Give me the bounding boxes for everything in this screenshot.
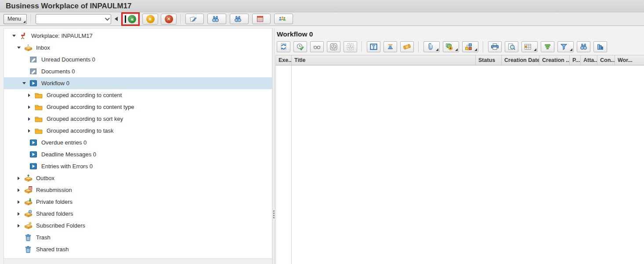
print-preview-button[interactable] xyxy=(505,41,518,52)
tree-item[interactable]: Inbox xyxy=(4,42,272,54)
exit-button[interactable]: « xyxy=(142,14,158,25)
tree-item-label: Inbox xyxy=(36,44,50,51)
tree-item-label: Unread Documents 0 xyxy=(41,56,95,63)
create-attachment-button[interactable] xyxy=(443,41,459,52)
blocks-button[interactable] xyxy=(462,41,478,52)
panel-splitter[interactable] xyxy=(273,28,275,264)
workflow-icon xyxy=(29,163,38,170)
log-icon xyxy=(403,43,411,51)
filter-icon xyxy=(560,43,568,51)
tree-item[interactable]: Shared folders xyxy=(4,208,272,220)
tree-item-label: Grouped according to content type xyxy=(47,104,134,110)
workitem-button[interactable] xyxy=(327,41,340,52)
tree-item-label: Resubmission xyxy=(36,187,72,193)
tree-item[interactable]: Grouped according to content type xyxy=(4,101,272,113)
table-body xyxy=(275,65,644,264)
collapse-toolbar-icon[interactable] xyxy=(115,17,118,21)
toolbar-separator xyxy=(418,41,419,52)
collapse-node-icon[interactable] xyxy=(11,35,17,37)
tree-item[interactable]: Outbox xyxy=(4,172,272,184)
toolbar-separator xyxy=(483,41,484,52)
tree-item[interactable]: Workflow 0 xyxy=(4,77,272,89)
cancel-button[interactable]: ✕ xyxy=(161,14,177,25)
sort-icon xyxy=(544,43,551,51)
find-folder-button[interactable] xyxy=(207,14,226,24)
workitem-inactive-button[interactable] xyxy=(344,41,357,52)
tree-item-label: Trash xyxy=(36,234,51,241)
horizontal-scrollbar[interactable] xyxy=(4,258,272,264)
tree-item[interactable]: Workplace: INPAULM17 xyxy=(4,30,272,42)
new-message-button[interactable] xyxy=(185,14,204,24)
back-button[interactable]: « xyxy=(123,14,138,25)
forward-button[interactable] xyxy=(367,41,380,52)
refresh-button[interactable] xyxy=(277,41,290,52)
tree-item[interactable]: Entries with Errors 0 xyxy=(4,160,272,172)
tree-item[interactable]: Documents 0 xyxy=(4,65,272,77)
expand-node-icon[interactable] xyxy=(26,94,33,97)
window-titlebar: Business Workplace of INPAULM17 xyxy=(0,0,644,12)
find-document-button[interactable] xyxy=(230,14,249,24)
sort-priority-icon xyxy=(387,43,394,51)
column-header[interactable]: Status xyxy=(476,55,502,65)
command-field[interactable] xyxy=(36,14,111,24)
tree-item-label: Subscribed Folders xyxy=(36,222,85,229)
tree-item[interactable]: Resubmission xyxy=(4,184,272,196)
collapse-node-icon[interactable] xyxy=(21,82,27,84)
filter-button[interactable] xyxy=(557,41,574,52)
expand-node-icon[interactable] xyxy=(26,105,33,109)
tree-item[interactable]: Grouped according to content xyxy=(4,89,272,101)
tree-item[interactable]: Unread Documents 0 xyxy=(4,54,272,65)
cancel-icon: ✕ xyxy=(165,15,173,23)
column-header[interactable]: Exe... xyxy=(275,55,292,65)
tree-item-label: Entries with Errors 0 xyxy=(41,163,93,170)
print-button[interactable] xyxy=(488,41,502,52)
tree-item[interactable]: Deadline Messages 0 xyxy=(4,148,272,160)
tree-item[interactable]: Grouped according to task xyxy=(4,125,272,137)
appointment-calendar-button[interactable] xyxy=(252,14,271,24)
exit-icon: « xyxy=(146,15,155,23)
column-header[interactable]: Creation ... xyxy=(539,55,570,65)
subscribed-folders-icon xyxy=(24,222,33,230)
table-settings-button[interactable] xyxy=(521,41,538,52)
find-button[interactable] xyxy=(577,41,590,52)
attachment-button[interactable] xyxy=(423,41,440,52)
tree-item-label: Grouped according to task xyxy=(47,127,113,134)
expand-node-icon[interactable] xyxy=(15,188,22,192)
table-settings-icon xyxy=(524,43,532,51)
sort-priority-button[interactable] xyxy=(384,41,397,52)
tree-item[interactable]: Grouped according to sort key xyxy=(4,113,272,125)
chart-button[interactable] xyxy=(593,41,607,52)
execute-button[interactable] xyxy=(293,41,307,52)
column-header[interactable]: Atta... xyxy=(581,55,597,65)
distribution-lists-button[interactable] xyxy=(274,14,293,24)
tree-item-label: Private folders xyxy=(36,199,72,205)
tree-item[interactable]: Private folders xyxy=(4,196,272,208)
trash-icon xyxy=(24,234,33,242)
expand-node-icon[interactable] xyxy=(15,224,22,228)
collapse-node-icon[interactable] xyxy=(15,47,22,49)
tree-item[interactable]: Subscribed Folders xyxy=(4,220,272,231)
log-button[interactable] xyxy=(400,41,414,52)
expand-node-icon[interactable] xyxy=(15,177,22,180)
column-header[interactable]: Wor... xyxy=(615,55,644,65)
tree-item[interactable]: Shared trash xyxy=(4,243,272,255)
chart-icon xyxy=(597,43,604,51)
folder-icon xyxy=(34,127,43,135)
tree-item[interactable]: Overdue entries 0 xyxy=(4,137,272,148)
tree-item-label: Workplace: INPAULM17 xyxy=(31,33,93,39)
column-header[interactable]: Con... xyxy=(597,55,615,65)
column-header[interactable]: P... xyxy=(570,55,581,65)
column-header[interactable]: Title xyxy=(292,55,476,65)
menu-button[interactable]: Menu xyxy=(4,14,27,24)
expand-node-icon[interactable] xyxy=(15,212,22,216)
expand-node-icon[interactable] xyxy=(26,129,33,133)
expand-node-icon[interactable] xyxy=(26,117,33,121)
chevron-down-icon[interactable] xyxy=(105,16,110,21)
sort-button[interactable] xyxy=(541,41,554,52)
resubmission-icon xyxy=(24,186,33,194)
attachment-icon xyxy=(426,43,434,51)
tree-item[interactable]: Trash xyxy=(4,231,272,243)
expand-node-icon[interactable] xyxy=(15,200,22,204)
display-button[interactable] xyxy=(310,41,324,52)
column-header[interactable]: Creation Date xyxy=(502,55,539,65)
